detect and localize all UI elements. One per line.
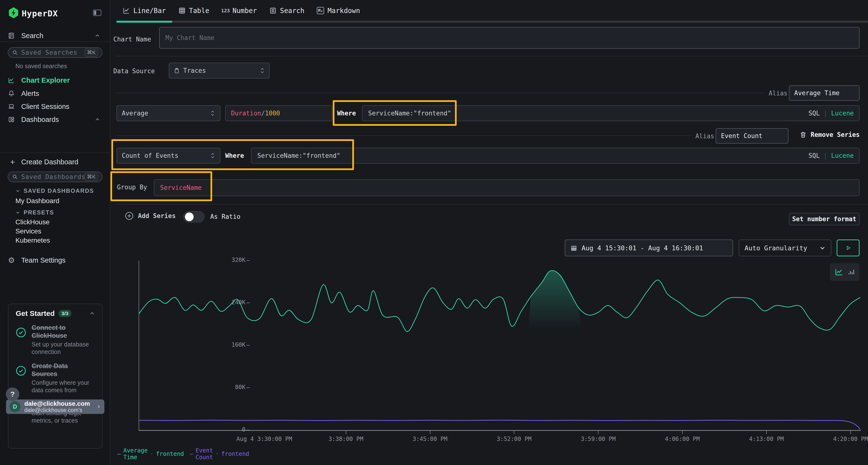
- where-value: ServiceName:"frontend": [368, 110, 451, 117]
- presets-header[interactable]: PRESETS: [16, 209, 54, 216]
- select-chevrons-icon: [210, 110, 215, 117]
- x-tick-label: 3:38:00 PM: [329, 436, 363, 442]
- series-1-where-input[interactable]: ServiceName:"frontend" SQL | Lucene: [362, 105, 860, 121]
- group-by-input[interactable]: ServiceName: [154, 179, 860, 196]
- tab-table[interactable]: Table: [172, 0, 216, 21]
- list-search-icon: [269, 7, 277, 14]
- data-source-select[interactable]: Traces: [169, 63, 270, 78]
- series-1-aggregation-select[interactable]: Average: [117, 105, 220, 121]
- y-tick-mark: [246, 345, 250, 345]
- chart-name-placeholder: My Chart Name: [165, 34, 215, 41]
- preset-link-services[interactable]: Services: [16, 227, 41, 235]
- legend-item-event-count[interactable]: — Event Count · frontend: [190, 447, 249, 461]
- sidebar-item-label: Search: [21, 32, 43, 40]
- saved-dashboards-input[interactable]: Saved Dashboards ⌘K: [8, 171, 102, 182]
- add-series-button[interactable]: Add Series: [125, 211, 176, 220]
- series-2-where-input[interactable]: ServiceName:"frontend" SQL | Lucene: [251, 148, 860, 164]
- sidebar-collapse-button[interactable]: [93, 10, 101, 16]
- preset-link-clickhouse[interactable]: ClickHouse: [16, 218, 50, 226]
- sql-mode-link[interactable]: SQL: [808, 110, 820, 117]
- remove-series-label: Remove Series: [811, 131, 860, 138]
- as-ratio-toggle[interactable]: [183, 211, 205, 223]
- series-2-alias-input[interactable]: Event Count: [716, 128, 788, 143]
- run-query-button[interactable]: [837, 239, 860, 256]
- get-started-step-sources[interactable]: Create Data Sources Configure where your…: [16, 362, 95, 394]
- saved-searches-input[interactable]: Saved Searches ⌘K: [8, 47, 102, 58]
- granularity-select[interactable]: Auto Granularity: [739, 239, 831, 256]
- set-number-format-button[interactable]: Set number format: [789, 213, 860, 225]
- toggle-knob: [185, 212, 194, 221]
- tab-number[interactable]: 123 Number: [216, 0, 263, 21]
- saved-dashboards-header[interactable]: SAVED DASHBOARDS: [16, 188, 94, 194]
- series-1-alias-input[interactable]: Average Time: [789, 85, 860, 101]
- user-menu[interactable]: D dale@clickhouse.com dale@clickhouse.co…: [6, 399, 104, 414]
- x-tick-mark: [346, 431, 346, 434]
- create-dashboard-button[interactable]: + Create Dashboard: [0, 157, 110, 167]
- sidebar-divider: [0, 41, 110, 42]
- y-tick-label: 160K: [221, 341, 245, 348]
- sidebar-item-label: Alerts: [21, 90, 39, 98]
- search-icon: [12, 174, 18, 180]
- preset-link-kubernetes[interactable]: Kubernetes: [16, 237, 50, 244]
- x-tick-mark: [430, 431, 430, 434]
- lucene-mode-link[interactable]: Lucene: [831, 110, 854, 117]
- journal-icon: [8, 32, 15, 39]
- x-tick-label: 3:59:00 PM: [581, 436, 616, 442]
- legend-name: Event Count: [195, 447, 213, 461]
- series-2-aggregation-select[interactable]: Count of Events: [117, 148, 220, 164]
- gear-icon: ⚙: [8, 257, 15, 264]
- sidebar-item-dashboards[interactable]: Dashboards: [0, 115, 110, 124]
- create-dashboard-label: Create Dashboard: [21, 158, 79, 166]
- sql-mode-link[interactable]: SQL: [808, 152, 820, 159]
- sidebar-item-chart-explorer[interactable]: Chart Explorer: [0, 75, 110, 85]
- sidebar-item-label: Client Sessions: [21, 103, 69, 110]
- time-range-value: Aug 4 15:30:01 - Aug 4 16:30:01: [582, 244, 703, 252]
- y-tick-label: 240K: [221, 299, 245, 306]
- legend-dash: —: [190, 451, 193, 457]
- series-1-field-input[interactable]: Duration/1000: [225, 105, 332, 121]
- x-tick-label: 4:13:00 PM: [749, 436, 784, 442]
- legend-group: frontend: [156, 451, 184, 457]
- sidebar-item-client-sessions[interactable]: Client Sessions: [0, 102, 110, 111]
- step-subtitle: Configure where your data comes from: [32, 379, 95, 394]
- chart-legend: — Average Time · frontend — Event Count …: [117, 447, 249, 461]
- get-started-step-connect[interactable]: Connect to ClickHouse Set up your databa…: [16, 324, 95, 356]
- sidebar-item-search[interactable]: Search: [0, 31, 110, 40]
- check-circle-icon: [16, 327, 26, 338]
- remove-series-button[interactable]: Remove Series: [800, 131, 860, 138]
- chart-name-label: Chart Name: [113, 36, 151, 43]
- aggregation-value: Average: [122, 110, 148, 117]
- get-started-title: Get Started: [16, 309, 55, 318]
- sidebar-divider: [0, 153, 110, 153]
- chevron-right-icon: [96, 404, 101, 409]
- y-tick-mark: [246, 430, 250, 430]
- aggregation-value: Count of Events: [122, 152, 179, 159]
- no-saved-searches-text: No saved searches: [16, 63, 67, 70]
- legend-separator: ·: [150, 451, 154, 457]
- lucene-mode-link[interactable]: Lucene: [831, 152, 854, 159]
- x-tick-label: 3:45:00 PM: [412, 436, 447, 442]
- group-by-value: ServiceName: [160, 184, 202, 191]
- tab-search[interactable]: Search: [263, 0, 311, 21]
- laptop-icon: [8, 103, 15, 110]
- help-button[interactable]: ?: [6, 388, 19, 401]
- select-chevrons-icon: [260, 67, 265, 74]
- sidebar-item-alerts[interactable]: Alerts: [0, 89, 110, 98]
- chevron-up-icon: [95, 117, 100, 122]
- main-content: Line/Bar Table 123 Number Search: [111, 0, 868, 465]
- y-tick-mark: [246, 303, 250, 303]
- tab-markdown[interactable]: M↓ Markdown: [311, 0, 366, 21]
- sidebar-item-team-settings[interactable]: ⚙ Team Settings: [0, 255, 110, 265]
- tab-line-bar[interactable]: Line/Bar: [117, 0, 172, 21]
- alias-label: Alias: [769, 90, 787, 97]
- chevron-down-icon: [16, 210, 20, 215]
- where-label: Where: [337, 110, 356, 117]
- step-subtitle: Set up your database connection: [32, 341, 95, 356]
- time-range-picker[interactable]: Aug 4 15:30:01 - Aug 4 16:30:01: [565, 239, 733, 256]
- select-chevrons-icon: [210, 152, 215, 159]
- chevron-up-icon[interactable]: [89, 311, 95, 316]
- dashboard-link-my-dashboard[interactable]: My Dashboard: [16, 197, 59, 205]
- chart-name-input[interactable]: My Chart Name: [159, 27, 860, 49]
- bell-icon: [8, 90, 15, 97]
- legend-item-average-time[interactable]: — Average Time · frontend: [117, 447, 184, 461]
